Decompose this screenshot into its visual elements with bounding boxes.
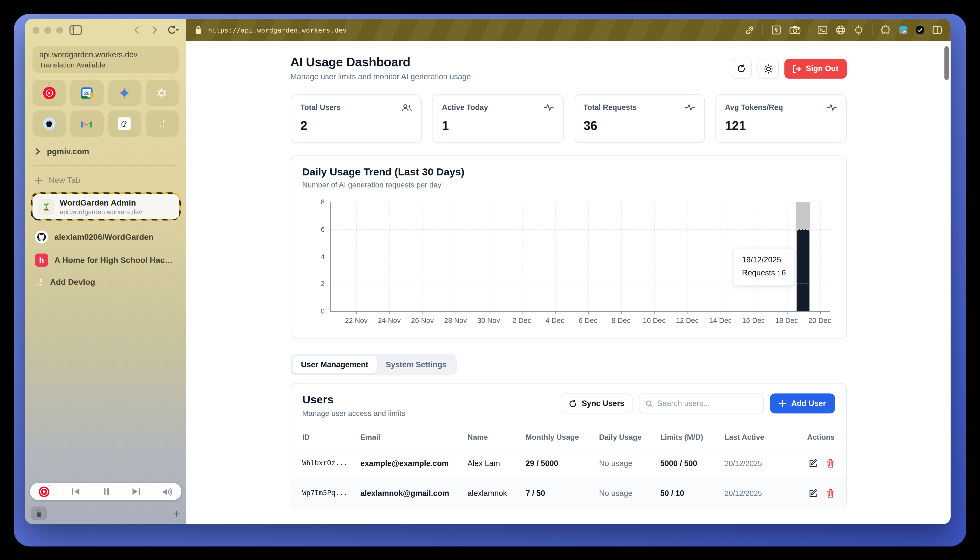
browser-sidebar: api.wordgarden.workers.dev Translation A… <box>25 19 186 524</box>
google-calendar-icon: 20 <box>81 87 93 99</box>
seedling-favicon <box>38 198 54 215</box>
character-sprite-icon <box>158 118 166 128</box>
favorite-gemini[interactable] <box>108 80 141 106</box>
x-axis-tick <box>588 311 589 314</box>
favorite-gmail[interactable] <box>70 111 104 137</box>
x-axis-tick-label: 30 Nov <box>477 317 500 324</box>
new-tab-label: New Tab <box>49 175 80 185</box>
next-track-button[interactable] <box>131 488 140 495</box>
scrollbar-thumb[interactable] <box>944 46 949 80</box>
cell-limits: 5000 / 500 <box>660 459 725 467</box>
stat-label: Total Requests <box>583 103 637 112</box>
activity-icon <box>544 103 554 111</box>
tab-devlog[interactable]: Add Devlog <box>35 277 176 287</box>
music-note-icon: ♪ <box>47 81 51 87</box>
y-axis-tick-label: 8 <box>321 198 325 205</box>
bin-widget-button[interactable] <box>31 507 47 520</box>
add-user-button[interactable]: Add User <box>770 393 835 413</box>
chart-bar-19-dec[interactable] <box>797 229 809 311</box>
pause-button[interactable] <box>103 488 109 495</box>
stat-card-avg-tokens: Avg Tokens/Req 121 <box>715 94 847 143</box>
target-icon[interactable] <box>854 25 863 35</box>
sign-out-button[interactable]: Sign Out <box>785 59 847 79</box>
tab-user-management[interactable]: User Management <box>292 356 377 373</box>
x-axis-tick <box>455 311 457 314</box>
tw-extension-art <box>900 26 908 30</box>
page-viewport: AI Usage Dashboard Manage user limits an… <box>186 41 951 524</box>
sidebar-bottom-bar: + <box>31 507 180 520</box>
youtube-music-icon <box>43 87 55 99</box>
x-axis-tick <box>488 311 490 314</box>
camera-icon[interactable] <box>789 25 801 34</box>
gemini-icon <box>119 87 130 99</box>
gridline <box>588 202 589 311</box>
add-user-label: Add User <box>791 399 826 408</box>
delete-user-button[interactable] <box>827 459 835 467</box>
col-header-email: Email <box>360 433 467 442</box>
gridline <box>488 202 489 311</box>
daily-usage-chart-card: Daily Usage Trend (Last 30 Days) Number … <box>290 155 847 339</box>
plus-icon <box>779 400 786 407</box>
link-icon[interactable] <box>745 25 754 35</box>
edit-user-button[interactable] <box>809 489 818 497</box>
tab-github[interactable]: alexlam0206/WordGarden <box>35 230 176 243</box>
favorite-google-calendar[interactable]: 20 <box>70 80 104 106</box>
volume-icon[interactable] <box>162 487 172 496</box>
new-tab-button[interactable]: New Tab <box>35 175 176 185</box>
sidebar-toggle-icon[interactable] <box>69 25 82 35</box>
favorite-youtube-music[interactable]: ♪ <box>33 80 66 106</box>
zoom-window-button[interactable] <box>56 27 63 33</box>
add-sidebar-item-button[interactable]: + <box>173 507 180 519</box>
refresh-button[interactable] <box>731 59 752 79</box>
extensions-puzzle-icon[interactable] <box>881 25 891 35</box>
site-info-pill[interactable]: api.wordgarden.workers.dev Translation A… <box>33 46 179 73</box>
stat-value: 121 <box>725 118 837 133</box>
tab-github-title: alexlam0206/WordGarden <box>54 232 153 242</box>
x-axis-tick <box>621 311 622 314</box>
cell-daily-usage: No usage <box>599 459 660 467</box>
users-card: Users Manage user access and limits Sync… <box>290 383 847 508</box>
now-playing-youtube-music[interactable]: ♪ <box>39 486 49 497</box>
edit-user-button[interactable] <box>809 459 818 467</box>
toolbar-separator <box>809 25 809 35</box>
minimize-window-button[interactable] <box>44 27 51 33</box>
back-button[interactable] <box>133 26 141 34</box>
stat-card-total-requests: Total Requests 36 <box>574 94 705 143</box>
tab-devlog-title: Add Devlog <box>50 277 95 287</box>
favorite-sketch[interactable] <box>108 111 141 137</box>
x-axis-tick <box>720 311 721 314</box>
url-text[interactable]: https://api.wordgarden.workers.dev <box>208 26 347 34</box>
sun-icon <box>764 64 773 73</box>
favorite-character[interactable] <box>145 111 179 137</box>
search-users-input[interactable] <box>657 399 757 408</box>
stat-label: Active Today <box>442 103 488 112</box>
photo-icon[interactable] <box>771 25 781 35</box>
tab-hackclub[interactable]: h A Home for High School Hackers – Hac..… <box>35 253 176 267</box>
close-window-button[interactable] <box>33 27 40 33</box>
forward-button[interactable] <box>150 26 158 34</box>
delete-user-button[interactable] <box>827 489 835 497</box>
cell-last-active: 20/12/2025 <box>725 489 801 497</box>
cell-daily-usage: No usage <box>599 489 660 497</box>
sidebar-group-pgmiv[interactable]: pgmiv.com <box>35 147 176 156</box>
traffic-lights[interactable] <box>33 27 63 33</box>
y-axis-tick-label: 0 <box>321 307 325 315</box>
terminal-icon[interactable] <box>818 25 827 34</box>
split-view-icon[interactable] <box>933 25 942 34</box>
sync-users-button[interactable]: Sync Users <box>560 393 632 413</box>
chart-plot[interactable]: 19/12/2025 Requests : 6 0246822 Nov24 No… <box>329 202 829 312</box>
previous-track-button[interactable] <box>71 488 81 495</box>
tw-extension-badge[interactable]: TW <box>900 26 908 34</box>
favorite-chatgpt[interactable] <box>145 80 179 106</box>
x-axis-tick-label: 4 Dec <box>545 317 564 324</box>
tab-system-settings[interactable]: System Settings <box>377 356 455 373</box>
favorite-apple[interactable] <box>33 111 66 137</box>
check-circle-icon[interactable] <box>916 25 924 34</box>
reload-button[interactable] <box>167 25 179 34</box>
theme-toggle-button[interactable] <box>758 59 779 79</box>
search-users-box[interactable] <box>639 393 764 413</box>
globe-icon[interactable] <box>836 25 845 35</box>
gridline <box>423 202 423 311</box>
devlog-sprite-icon <box>35 277 43 287</box>
tab-wordgarden-admin[interactable]: WordGarden Admin api.wordgarden.workers.… <box>32 194 179 219</box>
